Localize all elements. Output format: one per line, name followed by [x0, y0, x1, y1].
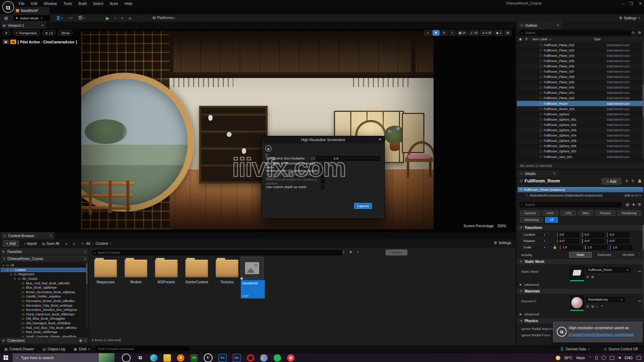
folder-models[interactable]: Models	[121, 257, 151, 284]
filter-icon[interactable]: ▼	[349, 250, 352, 254]
filter-chip-physics[interactable]: Physics	[595, 210, 615, 216]
clock-icon[interactable]	[602, 356, 606, 360]
toast-file-link[interactable]: E:\Unreal Projects\ChineseRoom_Course\Sa…	[569, 333, 633, 336]
x-value-field[interactable]: 0.0	[557, 233, 579, 237]
outliner-row[interactable]: ⬡FullRoom_Plane_037StaticMeshActor	[517, 69, 644, 74]
davinci-icon[interactable]: Dv	[233, 354, 241, 362]
tree-item-old_blue_book_vfimagghw[interactable]: 🗀Old_Blue_Book_vfimagghw	[1, 316, 88, 321]
mobility-movable[interactable]: Movable	[617, 252, 640, 258]
materials-section-header[interactable]: ▼Materials	[517, 289, 644, 294]
reset-to-default-icon[interactable]: ↩	[638, 270, 641, 273]
outliner-row[interactable]: ⬡FullRoom_Plane_042StaticMeshActor	[517, 96, 644, 101]
source-control-button[interactable]: ⊘Source Control Off	[600, 345, 642, 353]
menu-file[interactable]: File	[16, 1, 28, 6]
search-input[interactable]	[97, 251, 341, 255]
tree-item-red_book_vebfiemga[interactable]: 🗀Red_Book_vebfiemga	[1, 330, 88, 334]
expanded-icon[interactable]: ▼	[10, 273, 12, 276]
static-mesh-dropdown[interactable]: FullRoom_Room▼	[586, 267, 631, 272]
discord-icon[interactable]	[260, 354, 268, 362]
maximize-button[interactable]: ❐	[630, 1, 633, 6]
outliner-row[interactable]: ⬡FullRoom_Plane_033StaticMeshActor	[517, 48, 644, 53]
tree-item-red_and_blue_flat_book_vdkvbsu[interactable]: 🗀Red_And_Blue_Flat_Book_vdkvbsu	[1, 325, 88, 330]
checkbox[interactable]	[321, 163, 325, 167]
breadcrumb-content[interactable]: Content	[96, 242, 108, 246]
rotation-dropdown[interactable]: Rotation▼	[521, 239, 548, 243]
filter-chip-lod[interactable]: LOD	[560, 210, 576, 216]
copy-icon[interactable]: ⧉	[591, 304, 594, 309]
search-input[interactable]	[524, 203, 620, 207]
save-all-button[interactable]: ▤Save All	[42, 242, 59, 246]
outliner-row[interactable]: ⬡FullRoom_Plane_038StaticMeshActor	[517, 74, 644, 80]
filter-chip-general[interactable]: General	[520, 210, 540, 216]
copy-icon[interactable]: ⧉	[591, 275, 594, 279]
outliner-tab[interactable]: ☰ Outliner ✕	[518, 22, 562, 29]
minimize-button[interactable]: –	[622, 1, 624, 6]
outliner-row[interactable]: ⬡FullRoom_RoomStaticMeshActor	[517, 101, 644, 106]
cinematics-icon[interactable]: 🎬▼	[78, 14, 85, 22]
language-indicator[interactable]: ENG	[625, 356, 633, 360]
folder-mspresets[interactable]: MSPresets	[151, 257, 181, 284]
camera-icon[interactable]: ▣	[3, 40, 9, 44]
show-dropdown[interactable]: Show	[58, 30, 73, 36]
level-tab[interactable]: NewWorld*	[13, 7, 49, 14]
static-mesh-section-header[interactable]: ▼Static Mesh	[517, 259, 644, 264]
play-button[interactable]: ▶	[106, 16, 109, 21]
outliner-row[interactable]: ⬡FullRoom_Sphere_004StaticMeshActor	[517, 133, 644, 138]
filter-chip-actor[interactable]: Actor	[542, 210, 559, 216]
lock-icon[interactable]: 🔓	[553, 246, 557, 249]
eject-pilot-button[interactable]: ⏏	[10, 40, 16, 44]
close-icon[interactable]: ✕	[553, 172, 556, 175]
menu-tools[interactable]: Tools	[60, 1, 75, 6]
instance-row[interactable]: ⬡ FullRoom_Room (Instance)	[518, 187, 643, 192]
blueprints-icon[interactable]: ∴▼	[68, 14, 73, 22]
opera-icon[interactable]	[247, 354, 254, 362]
materials-advanced[interactable]: ▶Advanced	[517, 312, 644, 316]
select-mode-dropdown[interactable]: ➤ Select Mode ▼	[13, 15, 50, 21]
collections-header[interactable]: ▶Collections⊕⌕	[1, 337, 88, 344]
filter-chip-all[interactable]: All	[545, 217, 558, 223]
blender-icon[interactable]	[177, 354, 184, 362]
capture-button[interactable]: Capture	[354, 203, 372, 209]
filter-chip-misc[interactable]: Misc	[578, 210, 594, 216]
screenshot-toast[interactable]: u High resolution screenshot saved as: E…	[553, 322, 643, 342]
x-value-field[interactable]: 1.0	[560, 245, 582, 250]
filter-settings-icon[interactable]: ⚙	[638, 203, 641, 206]
type-column[interactable]: Type	[594, 37, 601, 41]
y-value-field[interactable]: 1.0	[585, 245, 607, 250]
rotation-snap-toggle[interactable]: ∠10	[469, 30, 479, 36]
back-icon[interactable]: ◄	[64, 242, 68, 246]
start-button[interactable]	[4, 355, 8, 360]
content-browser-settings[interactable]: ⚙ Settings	[494, 241, 511, 245]
add-actor-icon[interactable]: 👤▼	[56, 14, 63, 22]
component-row[interactable]: ⬡ StaticMeshComponent (StaticMeshCompone…	[525, 193, 602, 197]
outliner-row[interactable]: ⬡FullRoom_Plane_032StaticMeshActor	[517, 42, 644, 48]
maximize-viewport-button[interactable]: ⊞	[504, 30, 511, 36]
spotify-icon[interactable]	[274, 354, 281, 362]
expanded-icon[interactable]: ▼	[6, 269, 9, 271]
derived-data-button[interactable]: 🗄Derived Data▼	[556, 345, 595, 353]
display-icon[interactable]	[610, 356, 614, 360]
cmd-dropdown[interactable]: ▣Cmd▼	[69, 345, 95, 353]
perspective-dropdown[interactable]: ◇Perspective	[13, 30, 40, 36]
close-icon[interactable]: ✕	[378, 137, 382, 142]
outliner-row[interactable]: ⬡FullRoom_Sphere_003StaticMeshActor	[517, 128, 644, 133]
blueprint-icon[interactable]: ⋔	[625, 179, 628, 183]
scale-dropdown[interactable]: Scale▼	[521, 245, 548, 250]
asset-newworld[interactable]: NewWorld Level	[241, 257, 265, 298]
new-folder-icon[interactable]: 🗀	[631, 31, 635, 35]
transform-section-header[interactable]: ▼Transform	[517, 225, 644, 230]
console-input[interactable]	[97, 347, 187, 351]
tree-item-blue_and_red_book_vdkvdds[interactable]: 🗀Blue_And_Red_Book_vdkvdds	[1, 281, 88, 285]
outliner-row[interactable]: ⬡FullRoom_Sphere_006StaticMeshActor	[517, 144, 644, 149]
menu-edit[interactable]: Edit	[28, 1, 41, 6]
output-log-button[interactable]: ▤Output Log	[38, 345, 69, 353]
expanded-icon[interactable]: ▼	[2, 264, 5, 267]
item-label-column[interactable]: Item Label	[532, 37, 547, 41]
painter-icon[interactable]: Pt	[190, 354, 198, 362]
outliner-row[interactable]: ⬡FullRoom_Sphere_002StaticMeshActor	[517, 122, 644, 127]
outliner-row[interactable]: ⬡FullRoom_Plane_039StaticMeshActor	[517, 80, 644, 85]
folder-textures[interactable]: Textures	[212, 257, 242, 284]
search-input[interactable]	[524, 31, 631, 35]
tree-item-brown_decorative_book_vdjlaisaa[interactable]: 🗀Brown_Decorative_Book_vdjlaisaa	[1, 290, 88, 295]
world-filter-chip[interactable]: World	[386, 249, 407, 255]
